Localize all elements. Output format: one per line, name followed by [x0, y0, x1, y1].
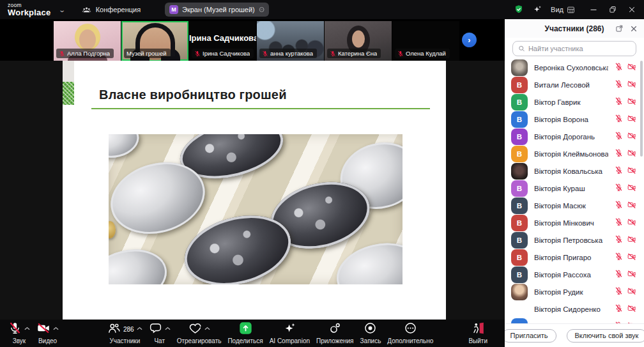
close-window-icon[interactable] [628, 6, 636, 13]
avatar [79, 29, 96, 50]
toolbar-label: Чат [154, 337, 165, 344]
participant-row[interactable]: ВВікторія Мінкович [505, 214, 644, 231]
participant-name: Вікторія Мінкович [534, 219, 608, 227]
chevron-up-icon[interactable] [24, 321, 30, 333]
participant-row[interactable]: ВВікторія Чикаловець [505, 318, 644, 323]
toolbar-apps-button[interactable]: Приложения [313, 321, 357, 346]
toolbar-label: Участники [109, 337, 140, 344]
participant-name: Вікторія Ковальська [534, 167, 608, 175]
participant-camera-off-icon [627, 269, 636, 281]
participant-mic-off-icon [615, 148, 623, 160]
toolbar-audio-button[interactable]: Звук [5, 321, 33, 346]
video-tile[interactable]: Музей грошей [121, 21, 188, 61]
chevron-up-icon[interactable] [137, 321, 142, 333]
participants-panel-footer: Пригласить Включить свой звук [505, 323, 644, 347]
participant-row[interactable]: ВВікторія Ворона [505, 111, 644, 128]
participant-camera-off-icon [627, 321, 636, 324]
video-tile[interactable]: Алла Подгорна [54, 21, 121, 61]
participant-row[interactable]: Вікторія Рудик [505, 283, 644, 300]
participant-name: Вікторія Рудик [534, 288, 608, 296]
participant-avatar: В [511, 232, 528, 249]
window-controls [590, 6, 636, 13]
participants-scrollbar[interactable] [640, 61, 643, 157]
restore-window-icon[interactable] [609, 6, 617, 13]
chevron-up-icon[interactable] [204, 321, 210, 333]
toolbar-participants-button[interactable]: 286Участники [104, 321, 146, 346]
tile-name-label: Алла Подгорна [56, 49, 114, 58]
participant-row[interactable]: ВВікторія Дорогань [505, 128, 644, 145]
video-tile[interactable]: Ірина СадчиковаІрина Садчикова [189, 21, 256, 61]
participant-mic-off-icon [615, 114, 623, 125]
participant-row[interactable]: Вікторія Ковальська [505, 162, 644, 180]
participant-name: Витали Лесовой [534, 81, 608, 89]
next-participants-button[interactable]: › [462, 33, 477, 47]
unmute-self-button[interactable]: Включить свой звук [567, 329, 644, 343]
mic-off-icon [8, 321, 22, 337]
ai-sparkle-icon[interactable] [532, 4, 542, 15]
toolbar-record-button[interactable]: Запись [357, 321, 385, 346]
tab-app-badge: M [169, 5, 178, 14]
chevron-up-icon[interactable] [165, 321, 171, 333]
view-layout-icon [567, 6, 575, 14]
security-shield-icon[interactable] [514, 4, 524, 15]
popout-panel-icon[interactable] [615, 24, 624, 33]
participant-row[interactable]: Вероніка Сухоловська [505, 59, 644, 76]
participant-name: Вікторія Дорогань [534, 133, 608, 141]
video-strip: Алла ПодгорнаМузей грошейІрина Садчикова… [0, 19, 505, 61]
invite-button[interactable]: Пригласить [502, 329, 556, 343]
participant-row[interactable]: ВВікторія Рассоха [505, 266, 644, 283]
participant-row[interactable]: ВВікторія Пригаро [505, 249, 644, 266]
video-tile[interactable]: анна куртакова [257, 21, 324, 61]
participant-avatar: В [511, 77, 528, 93]
coin-image-element [109, 242, 172, 284]
participant-row[interactable]: ВВікторія Петровська [505, 231, 644, 249]
zoom-workplace-logo: zoom Workplace [8, 3, 50, 17]
toolbar-more-button[interactable]: Дополнительно [384, 321, 436, 346]
participant-camera-off-icon [627, 235, 636, 246]
participant-row[interactable]: Вікторія Сидоренко [505, 300, 644, 318]
participants-panel: Участники (286) Вероніка СухоловськаВВит… [505, 19, 644, 347]
toolbar-ai-button[interactable]: AI Companion [266, 321, 313, 346]
participants-icon [107, 321, 121, 337]
participant-row[interactable]: ВВіктор Гаврик [505, 93, 644, 111]
participant-camera-off-icon [627, 217, 636, 229]
toolbar-video-button[interactable]: Видео [33, 321, 62, 346]
participant-camera-off-icon [627, 166, 636, 177]
tab-screen-share[interactable]: M Экран (Музей грошей) [165, 3, 269, 17]
toolbar-leave-button[interactable]: Выйти [465, 321, 491, 346]
participant-row[interactable]: ВВитали Лесовой [505, 76, 644, 93]
participant-row[interactable]: ВВікторія Кураш [505, 180, 644, 197]
tab-conference[interactable]: Конференция [82, 5, 141, 15]
slide-title: Власне виробництво грошей [99, 88, 287, 102]
close-panel-icon[interactable] [630, 25, 638, 33]
video-tile[interactable]: Катерина Єна [325, 21, 392, 61]
tab-more-options-icon[interactable] [259, 5, 264, 14]
meeting-toolbar: ЗвукВидео286УчастникиЧатОтреагироватьПод… [0, 320, 505, 347]
toolbar-chat-button[interactable]: Чат [146, 321, 174, 346]
participant-video-tiles: Алла ПодгорнаМузей грошейІрина Садчикова… [54, 21, 459, 61]
search-participant-input[interactable] [528, 45, 631, 52]
heart-react-icon [188, 321, 202, 337]
toolbar-react-button[interactable]: Отреагировать [174, 321, 225, 346]
view-menu[interactable]: Вид [551, 6, 575, 14]
minimize-icon[interactable] [590, 6, 597, 13]
participant-mic-off-icon [615, 96, 623, 108]
video-tile[interactable]: Олена Кудлай [392, 21, 459, 61]
toolbar-share-button[interactable]: Поделиться [224, 321, 266, 346]
view-label: Вид [551, 6, 564, 13]
participant-row[interactable]: ВВікторія Клеймьонова [505, 145, 644, 162]
participant-mic-off-icon [615, 62, 623, 73]
participant-name: Вікторія Масюк [534, 202, 608, 210]
toolbar-label: Приложения [316, 337, 354, 344]
chevron-up-icon[interactable] [53, 321, 59, 333]
share-screen-icon [239, 321, 252, 337]
workspace-chevron-down-icon[interactable]: ⌄ [59, 6, 66, 13]
participant-avatar [511, 59, 528, 76]
participant-search [505, 38, 644, 59]
toolbar-label: Отреагировать [177, 337, 222, 344]
participant-row[interactable]: ВВікторія Масюк [505, 197, 644, 214]
tile-name-label: Музей грошей [124, 49, 171, 58]
toolbar-label: Видео [38, 337, 57, 344]
toolbar-label: AI Companion [270, 337, 310, 344]
participant-mic-off-icon [615, 217, 623, 229]
